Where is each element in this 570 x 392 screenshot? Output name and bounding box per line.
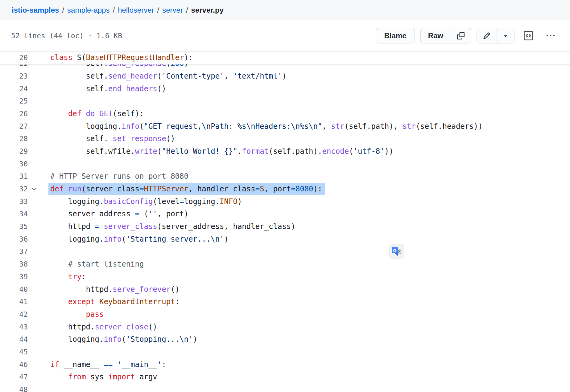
line-number[interactable]: 39 — [0, 272, 28, 281]
code-line: 36 logging.info('Starting server...\n') — [0, 233, 570, 246]
code-text: from sys import argv — [48, 371, 160, 383]
line-number[interactable]: 38 — [0, 260, 28, 269]
line-number[interactable]: 31 — [0, 172, 28, 181]
code-line: 48 — [0, 383, 570, 392]
gutter-gap — [28, 321, 50, 333]
gutter-gap — [28, 246, 50, 258]
copy-button[interactable] — [451, 28, 471, 43]
breadcrumb-link-helloserver[interactable]: helloserver — [118, 6, 154, 14]
code-text: logging.basicConfig(level=logging.INFO) — [48, 196, 245, 207]
line-number[interactable]: 30 — [0, 160, 28, 169]
line-number[interactable]: 41 — [0, 297, 28, 306]
line-number[interactable]: 45 — [0, 348, 28, 357]
line-number[interactable]: 42 — [0, 310, 28, 319]
file-header-toolbar: 52 lines (44 loc) · 1.6 KB Blame Raw — [0, 20, 570, 51]
file-lines-count: 52 lines (44 loc) — [11, 32, 84, 40]
symbols-button[interactable] — [520, 28, 537, 43]
line-number[interactable]: 23 — [0, 72, 28, 81]
breadcrumb-separator: / — [59, 6, 67, 14]
code-line: 29 self.wfile.write("Hello World! {}".fo… — [0, 145, 570, 158]
line-number[interactable]: 43 — [0, 323, 28, 332]
code-text: httpd = server_class(server_address, han… — [48, 221, 299, 232]
line-number[interactable]: 32 — [0, 185, 28, 194]
gutter-gap — [28, 358, 50, 371]
breadcrumb-separator: / — [154, 6, 163, 14]
line-number[interactable]: 29 — [0, 147, 28, 156]
raw-button[interactable]: Raw — [421, 28, 451, 43]
line-number[interactable]: 47 — [0, 373, 28, 382]
code-line: 43 httpd.server_close() — [0, 321, 570, 333]
code-line: 45 — [0, 346, 570, 358]
line-number[interactable]: 44 — [0, 335, 28, 344]
breadcrumb-separator: / — [183, 6, 191, 14]
line-number[interactable]: 40 — [0, 285, 28, 294]
code-text: except KeyboardInterrupt: — [48, 296, 183, 308]
code-line: 35 httpd = server_class(server_address, … — [0, 220, 570, 233]
line-number[interactable]: 28 — [0, 134, 28, 143]
gutter-gap — [28, 220, 50, 233]
line-number[interactable]: 46 — [0, 360, 28, 369]
line-number[interactable]: 33 — [0, 197, 28, 206]
file-actions: Blame Raw — [376, 28, 559, 43]
code-line: 26 def do_GET(self): — [0, 108, 570, 120]
code-line: 22 self.send_response(200) — [0, 64, 570, 70]
breadcrumb-link-server[interactable]: server — [162, 6, 183, 14]
gutter-gap — [28, 95, 50, 108]
gutter-gap — [28, 308, 50, 321]
code-line: 33 logging.basicConfig(level=logging.INF… — [0, 195, 570, 208]
gutter-gap — [28, 333, 50, 346]
edit-dropdown-button[interactable] — [497, 28, 514, 43]
breadcrumb-repo-link[interactable]: istio-samples — [12, 6, 59, 14]
line-number[interactable]: 24 — [0, 84, 28, 93]
raw-copy-group: Raw — [420, 28, 471, 43]
breadcrumb: istio-samples / sample-apps / helloserve… — [0, 0, 570, 20]
code-line: 23 self.send_header('Content-type', 'tex… — [0, 70, 570, 83]
gutter-gap — [28, 70, 50, 83]
code-text: if __name__ == '__main__': — [48, 359, 169, 370]
code-line: 46if __name__ == '__main__': — [0, 358, 570, 371]
line-number[interactable]: 48 — [0, 385, 28, 392]
line-number[interactable]: 35 — [0, 222, 28, 231]
code-text: self.wfile.write("Hello World! {}".forma… — [48, 146, 397, 157]
line-number[interactable]: 27 — [0, 122, 28, 131]
code-line: 28 self._set_response() — [0, 133, 570, 145]
breadcrumb-link-sample-apps[interactable]: sample-apps — [67, 6, 109, 14]
file-info-separator — [92, 32, 97, 40]
code-text: httpd.serve_forever() — [48, 284, 183, 295]
gutter-gap — [28, 383, 50, 392]
file-info-separator — [84, 32, 88, 40]
code-line: 42 pass — [0, 308, 570, 321]
more-options-button[interactable] — [542, 28, 559, 43]
gutter-gap — [28, 271, 50, 283]
code-text: logging.info("GET request,\nPath: %s\nHe… — [48, 121, 486, 132]
line-number[interactable]: 20 — [0, 53, 28, 62]
gutter-gap — [28, 371, 50, 384]
code-text: server_address = ('', port) — [48, 208, 192, 220]
line-number[interactable]: 22 — [0, 64, 28, 68]
gutter-gap — [28, 83, 50, 95]
file-info: 52 lines (44 loc) · 1.6 KB — [11, 32, 122, 40]
line-number[interactable]: 37 — [0, 247, 28, 256]
code-view: 20class S(BaseHTTPRequestHandler): 22 se… — [0, 51, 570, 392]
copy-icon — [457, 32, 465, 39]
line-number[interactable]: 36 — [0, 235, 28, 244]
code-line: 41 except KeyboardInterrupt: — [0, 296, 570, 308]
gutter-gap — [28, 233, 50, 246]
line-number[interactable]: 25 — [0, 97, 28, 106]
code-line: 39 try: — [0, 271, 570, 283]
google-translate-logo: 文 G — [392, 247, 402, 256]
breadcrumb-current-file: server.py — [191, 6, 224, 14]
code-text: try: — [48, 271, 89, 283]
line-number[interactable]: 34 — [0, 210, 28, 218]
line-number[interactable]: 26 — [0, 109, 28, 118]
google-translate-icon[interactable]: 文 G — [389, 244, 404, 259]
chevron-down-icon[interactable] — [31, 186, 38, 193]
pencil-icon — [483, 32, 490, 39]
code-text: # start listening — [48, 259, 147, 270]
code-line: 30 — [0, 158, 570, 170]
gutter-gap — [28, 133, 50, 145]
edit-group — [477, 28, 514, 43]
edit-button[interactable] — [477, 28, 497, 43]
blame-button[interactable]: Blame — [376, 28, 415, 43]
code-line: 31# HTTP Server runs on port 8080 — [0, 170, 570, 183]
